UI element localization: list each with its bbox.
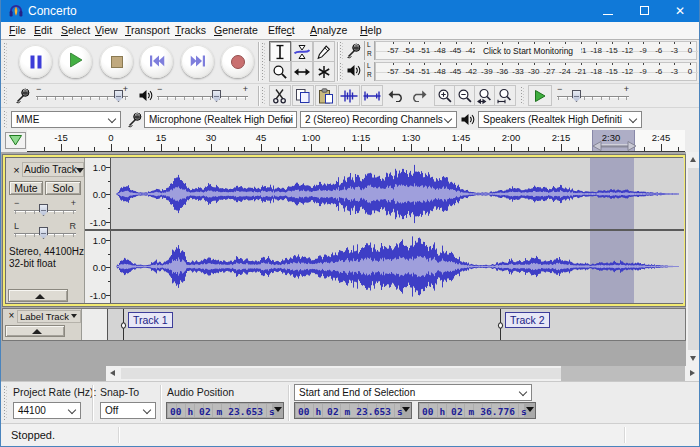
pinned-playhead-button[interactable] xyxy=(5,132,26,149)
gain-slider-thumb[interactable] xyxy=(39,204,48,216)
label-track[interactable]: ×Label TrackTrack 1Track 2 xyxy=(2,308,686,341)
vertical-scrollbar[interactable] xyxy=(686,152,700,366)
recording-meter-mic-icon[interactable] xyxy=(346,42,361,59)
scroll-left-icon[interactable] xyxy=(106,366,120,381)
zoom-fit-button[interactable] xyxy=(494,85,516,106)
meter-scale-value: -51 xyxy=(419,67,431,76)
collapse-track-button[interactable] xyxy=(8,289,68,302)
snap-to-select[interactable]: Off xyxy=(100,402,156,419)
zoom-selection-button[interactable] xyxy=(474,85,496,106)
transport-skip-to-end-button[interactable] xyxy=(181,45,214,78)
ruler-label: -15 xyxy=(54,132,68,143)
ruler-label: 0 xyxy=(108,132,113,143)
menu-analyze[interactable]: Analyze xyxy=(310,22,347,39)
menu-edit[interactable]: Edit xyxy=(34,22,52,39)
pan-slider[interactable]: LR xyxy=(12,222,78,242)
vertical-scroll-thumb[interactable] xyxy=(688,168,699,350)
recording-volume-slider-thumb[interactable] xyxy=(114,90,123,102)
pause-icon xyxy=(30,55,41,68)
label-text[interactable]: Track 1 xyxy=(128,312,173,328)
undo-button[interactable] xyxy=(385,85,407,106)
multi-tool-button[interactable] xyxy=(313,61,335,82)
selection-start-field[interactable]: 00 h 02 m 23.653 s xyxy=(294,402,412,419)
zoom-out-button[interactable] xyxy=(454,85,476,106)
selection-end-field[interactable]: 00 h 02 m 36.776 s xyxy=(418,402,536,419)
selection-mode-select[interactable]: Start and End of Selection xyxy=(294,384,532,401)
audio-host-select[interactable]: MME xyxy=(11,111,121,128)
label-track-title[interactable]: Label Track xyxy=(20,311,69,322)
playback-volume-slider-max-label: + xyxy=(243,85,248,93)
play-speed-slider-thumb[interactable] xyxy=(572,90,581,102)
recording-meter-l-label: L xyxy=(367,42,371,48)
menu-view[interactable]: View xyxy=(95,22,118,39)
track-title[interactable]: Audio Track xyxy=(24,164,77,175)
recording-meter[interactable]: -57-54-51-48-45-42-39-36-33-30-27-24-21-… xyxy=(375,41,697,60)
recording-device-select[interactable]: Microphone (Realtek High Defini xyxy=(144,111,297,128)
project-rate-select-value: 44100 xyxy=(18,405,46,416)
scroll-right-icon[interactable] xyxy=(685,366,699,381)
collapse-arrow-icon xyxy=(35,294,45,299)
envelope-tool-button[interactable] xyxy=(291,41,313,62)
play-speed-slider[interactable]: −+ xyxy=(555,85,631,105)
scroll-up-icon[interactable] xyxy=(686,152,700,167)
transport-skip-to-start-button[interactable] xyxy=(140,45,173,78)
meter-scale-value: -18 xyxy=(590,46,602,55)
paste-button[interactable] xyxy=(315,85,337,106)
project-rate-select[interactable]: 44100 xyxy=(13,402,81,419)
playback-volume-slider-thumb[interactable] xyxy=(212,90,221,102)
close-button[interactable]: ✕ xyxy=(663,0,697,22)
zoom-tool-button[interactable] xyxy=(269,61,291,82)
selection-tool-button[interactable] xyxy=(269,41,291,62)
mixer-mic-icon xyxy=(15,87,30,104)
horizontal-scrollbar[interactable] xyxy=(106,366,700,381)
skip-to-start-icon xyxy=(149,53,164,71)
collapse-label-track-button[interactable] xyxy=(5,325,65,337)
trim-audio-button[interactable] xyxy=(338,85,360,106)
menu-help[interactable]: Help xyxy=(360,22,382,39)
copy-button[interactable] xyxy=(292,85,314,106)
audio-position-field[interactable]: 00 h 02 m 23.653 s xyxy=(166,402,284,419)
silence-audio-button[interactable] xyxy=(361,85,383,106)
audio-host-select-value: MME xyxy=(16,114,39,125)
redo-button[interactable] xyxy=(408,85,430,106)
solo-button[interactable]: Solo xyxy=(45,181,81,195)
mixer-speaker-icon xyxy=(138,88,153,103)
playback-meter-speaker-icon[interactable] xyxy=(346,63,361,78)
pan-slider-thumb[interactable] xyxy=(39,227,48,239)
cut-button[interactable] xyxy=(269,85,291,106)
zoom-in-button[interactable] xyxy=(434,85,456,106)
menu-tracks[interactable]: Tracks xyxy=(175,22,206,39)
collapse-arrow-icon xyxy=(32,329,42,334)
timeline-ruler[interactable]: -1501530451:001:151:301:452:002:152:302:… xyxy=(27,130,685,152)
transport-play-button[interactable] xyxy=(59,45,92,78)
menu-transport[interactable]: Transport xyxy=(125,22,170,39)
gain-slider[interactable]: −+ xyxy=(12,199,78,219)
monitoring-hint-text[interactable]: Click to Start Monitoring xyxy=(475,45,581,58)
label-track-close-button[interactable]: × xyxy=(6,311,17,322)
transport-pause-button[interactable] xyxy=(19,45,52,78)
play-at-speed-button[interactable] xyxy=(528,85,552,106)
transport-stop-button[interactable] xyxy=(100,45,133,78)
snap-to-select-value: Off xyxy=(105,405,118,416)
playback-volume-slider[interactable]: −+ xyxy=(155,85,250,105)
label-text[interactable]: Track 2 xyxy=(505,312,550,328)
maximize-button[interactable] xyxy=(627,0,661,22)
mute-button[interactable]: Mute xyxy=(9,181,43,195)
recording-volume-slider[interactable]: −+ xyxy=(34,85,130,105)
playback-meter[interactable]: -57-54-51-48-45-42-39-36-33-30-27-24-21-… xyxy=(375,62,697,81)
menu-file[interactable]: File xyxy=(9,22,26,39)
scroll-down-icon[interactable] xyxy=(686,351,700,366)
recording-channels-select[interactable]: 2 (Stereo) Recording Channels xyxy=(300,111,457,128)
menu-effect[interactable]: Effect xyxy=(268,22,295,39)
time-shift-tool-button[interactable] xyxy=(291,61,313,82)
horizontal-scroll-thumb[interactable] xyxy=(121,368,561,379)
minimize-button[interactable] xyxy=(591,0,625,22)
audio-track[interactable]: ×Audio TrackMuteSolo−+LRStereo, 44100Hz3… xyxy=(2,154,686,307)
time-dropdown-arrow-icon xyxy=(526,407,534,412)
transport-record-button[interactable] xyxy=(221,45,254,78)
playback-device-select[interactable]: Speakers (Realtek High Definiti xyxy=(478,111,642,128)
menu-generate[interactable]: Generate xyxy=(214,22,258,39)
menu-select[interactable]: Select xyxy=(61,22,90,39)
meter-scale-value: 0 xyxy=(688,46,692,55)
draw-tool-button[interactable] xyxy=(313,41,335,62)
